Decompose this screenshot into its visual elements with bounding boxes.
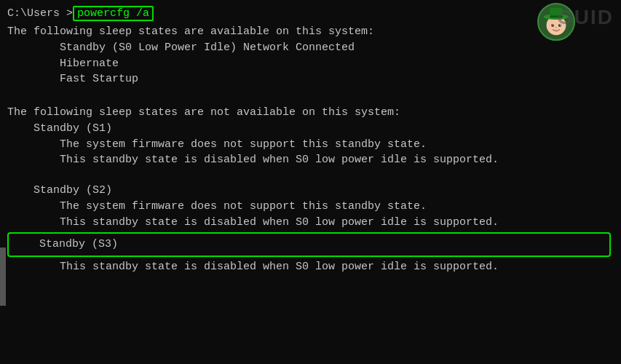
svg-point-6 [553, 25, 554, 26]
available-header: The following sleep states are available… [7, 24, 614, 40]
standby-s1-name: Standby (S1) [7, 121, 614, 137]
command-line: C:\Users > powercfg /a [7, 6, 614, 21]
prompt-text: C:\Users > [7, 7, 73, 20]
watermark-text: GUID [557, 6, 614, 29]
command-text: powercfg /a [73, 6, 154, 21]
not-available-header: The following sleep states are not avail… [7, 105, 614, 121]
standby-s2-reason2: This standby state is disabled when S0 l… [7, 215, 614, 231]
available-state-0: Standby (S0 Low Power Idle) Network Conn… [7, 40, 614, 56]
standby-s2-reason1: The system firmware does not support thi… [7, 199, 614, 215]
standby-s3-block: Standby (S3) [7, 232, 611, 257]
standby-s1-reason2: This standby state is disabled when S0 l… [7, 152, 614, 168]
scrollbar-indicator [0, 248, 6, 306]
standby-s2-name: Standby (S2) [7, 183, 614, 199]
available-state-2: Fast Startup [7, 71, 614, 87]
terminal-window: C:\Users > powercfg /a The following sle… [0, 0, 621, 364]
standby-s3-name: Standby (S3) [13, 237, 605, 253]
standby-s1-reason1: The system firmware does not support thi… [7, 137, 614, 153]
standby-s3-reason: This standby state is disabled when S0 l… [7, 261, 499, 273]
available-state-1: Hibernate [7, 56, 614, 72]
